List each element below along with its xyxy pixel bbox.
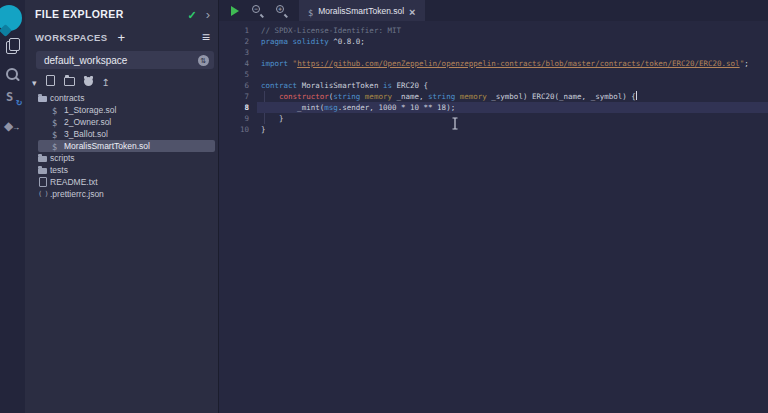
folder-icon bbox=[38, 165, 50, 175]
code-text: pragma solidity ^0.8.0; bbox=[261, 36, 365, 47]
workspace-dropdown-wrap: default_workspace bbox=[25, 47, 218, 69]
code-line[interactable]: 2pragma solidity ^0.8.0; bbox=[219, 36, 768, 47]
code-line[interactable]: 4import "https://github.com/OpenZeppelin… bbox=[219, 58, 768, 69]
code-line[interactable]: 5 bbox=[219, 69, 768, 80]
zoom-out-icon[interactable] bbox=[252, 5, 263, 16]
panel-title: FILE EXPLORER bbox=[35, 8, 187, 20]
tab-moralissmarttoken[interactable]: MoralisSmartToken.sol bbox=[299, 0, 425, 21]
workspace-dropdown[interactable]: default_workspace bbox=[36, 51, 214, 69]
editor-area: MoralisSmartToken.sol 1// SPDX-License-I… bbox=[218, 0, 768, 413]
code-editor[interactable]: 1// SPDX-License-Identifier: MIT2pragma … bbox=[219, 21, 768, 135]
json-file-icon bbox=[38, 189, 50, 199]
chevron-right-icon[interactable] bbox=[206, 5, 210, 23]
solidity-file-icon bbox=[52, 141, 64, 151]
tree-item[interactable]: contracts bbox=[38, 92, 215, 104]
workspaces-menu-icon[interactable] bbox=[202, 28, 210, 46]
line-number: 1 bbox=[219, 25, 249, 36]
tree-item[interactable]: 1_Storage.sol bbox=[38, 104, 215, 116]
remix-logo bbox=[0, 5, 22, 31]
line-number: 4 bbox=[219, 58, 249, 69]
magnifier-glyph bbox=[276, 5, 284, 13]
tab-label: MoralisSmartToken.sol bbox=[318, 6, 404, 16]
file-icon bbox=[38, 177, 50, 187]
line-number: 10 bbox=[219, 124, 249, 135]
upload-file-icon[interactable] bbox=[102, 72, 110, 90]
tree-item[interactable]: 2_Owner.sol bbox=[38, 116, 215, 128]
deploy-run-icon[interactable] bbox=[4, 120, 18, 134]
solidity-file-icon bbox=[52, 129, 64, 139]
caret-down-icon[interactable] bbox=[32, 72, 37, 90]
text-cursor bbox=[636, 91, 637, 100]
code-line[interactable]: 8 _mint(msg.sender, 1000 * 10 ** 18); bbox=[219, 102, 768, 113]
line-number: 8 bbox=[219, 102, 249, 113]
line-number: 6 bbox=[219, 80, 249, 91]
tree-item-label: tests bbox=[50, 165, 68, 175]
code-line[interactable]: 10} bbox=[219, 124, 768, 135]
tree-item-label: contracts bbox=[50, 93, 85, 103]
line-number: 3 bbox=[219, 47, 249, 58]
github-icon[interactable] bbox=[84, 77, 93, 86]
code-text: import "https://github.com/OpenZeppelin/… bbox=[261, 58, 749, 69]
workspaces-row: WORKSPACES bbox=[25, 25, 218, 47]
workspace-dropdown-value: default_workspace bbox=[44, 55, 198, 66]
tree-item-label: README.txt bbox=[50, 177, 98, 187]
solidity-compiler-icon[interactable] bbox=[6, 90, 18, 104]
line-number: 9 bbox=[219, 113, 249, 124]
search-icon[interactable] bbox=[6, 68, 18, 80]
tree-item[interactable]: tests bbox=[38, 164, 215, 176]
workspace-select-icon bbox=[198, 55, 209, 66]
tree-item[interactable]: scripts bbox=[38, 152, 215, 164]
tree-item[interactable]: .prettierrc.json bbox=[38, 188, 215, 200]
code-line[interactable]: 6contract MoralisSmartToken is ERC20 { bbox=[219, 80, 768, 91]
code-line[interactable]: 7 constructor(string memory _name, strin… bbox=[219, 91, 768, 102]
tree-item-label: 3_Ballot.sol bbox=[64, 129, 108, 139]
new-folder-icon[interactable] bbox=[64, 77, 75, 86]
line-number: 2 bbox=[219, 36, 249, 47]
zoom-in-icon[interactable] bbox=[276, 5, 287, 16]
code-text: } bbox=[261, 113, 284, 124]
workspaces-label: WORKSPACES bbox=[35, 32, 107, 43]
solidity-file-icon bbox=[52, 105, 64, 115]
file-explorer-panel: FILE EXPLORER WORKSPACES default_workspa… bbox=[25, 0, 218, 413]
file-tree: contracts1_Storage.sol2_Owner.sol3_Ballo… bbox=[25, 92, 218, 200]
check-icon bbox=[187, 5, 196, 23]
code-text: contract MoralisSmartToken is ERC20 { bbox=[261, 80, 428, 91]
code-text: } bbox=[261, 124, 266, 135]
file-explorer-icon[interactable] bbox=[6, 41, 17, 54]
folder-icon bbox=[38, 153, 50, 163]
tree-item-label: 2_Owner.sol bbox=[64, 117, 111, 127]
line-number: 5 bbox=[219, 69, 249, 80]
solidity-file-icon bbox=[308, 2, 313, 20]
tree-item[interactable]: 3_Ballot.sol bbox=[38, 128, 215, 140]
file-explorer-header: FILE EXPLORER bbox=[25, 0, 218, 25]
tab-close-icon[interactable] bbox=[409, 2, 415, 20]
code-line[interactable]: 9 } bbox=[219, 113, 768, 124]
tree-item-label: 1_Storage.sol bbox=[64, 105, 116, 115]
solidity-file-icon bbox=[52, 117, 64, 127]
mouse-ibeam-cursor bbox=[451, 116, 459, 134]
code-text: _mint(msg.sender, 1000 * 10 ** 18); bbox=[261, 102, 455, 113]
new-file-icon[interactable] bbox=[46, 75, 55, 86]
tree-item-label: scripts bbox=[50, 153, 75, 163]
editor-toolbar: MoralisSmartToken.sol bbox=[219, 0, 768, 21]
activity-rail bbox=[0, 0, 25, 413]
folder-open-icon bbox=[38, 93, 50, 103]
run-script-button[interactable] bbox=[231, 6, 239, 16]
code-line[interactable]: 1// SPDX-License-Identifier: MIT bbox=[219, 25, 768, 36]
code-line[interactable]: 3 bbox=[219, 47, 768, 58]
tree-item-label: .prettierrc.json bbox=[50, 189, 104, 199]
tree-item-label: MoralisSmartToken.sol bbox=[64, 141, 150, 151]
tree-item[interactable]: MoralisSmartToken.sol bbox=[38, 140, 215, 152]
code-text: constructor(string memory _name, string … bbox=[261, 91, 637, 102]
code-text: // SPDX-License-Identifier: MIT bbox=[261, 25, 401, 36]
add-workspace-icon[interactable] bbox=[117, 28, 125, 46]
line-number: 7 bbox=[219, 91, 249, 102]
magnifier-glyph bbox=[252, 5, 260, 13]
tree-item[interactable]: README.txt bbox=[38, 176, 215, 188]
file-actions-row bbox=[25, 69, 218, 88]
